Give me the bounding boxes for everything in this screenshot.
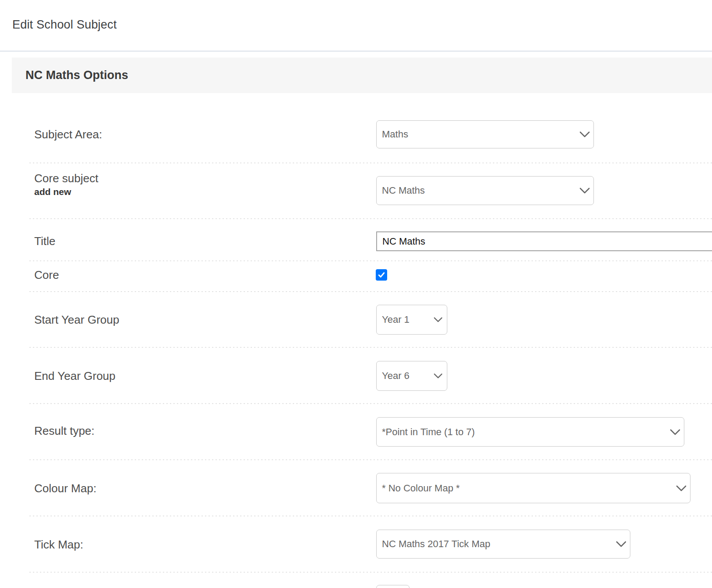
tick-map-value: NC Maths 2017 Tick Map <box>377 538 490 550</box>
row-separator <box>29 459 712 460</box>
colour-map-value: * No Colour Map * <box>377 483 460 494</box>
result-type-select[interactable]: *Point in Time (1 to 7) <box>376 417 684 447</box>
title-label: Title <box>34 234 55 248</box>
row-separator <box>29 291 712 292</box>
row-separator <box>29 516 712 516</box>
chevron-down-icon <box>670 429 680 435</box>
end-year-group-label: End Year Group <box>34 369 115 382</box>
section-header-panel: NC Maths Options <box>12 58 712 93</box>
core-checkbox[interactable] <box>376 269 387 281</box>
end-year-group-select[interactable]: Year 6 <box>376 361 447 391</box>
chevron-down-icon <box>579 131 590 137</box>
row-separator <box>29 572 712 573</box>
colour-map-label: Colour Map: <box>34 482 97 495</box>
row-separator <box>29 260 712 261</box>
start-year-group-label: Start Year Group <box>34 313 119 326</box>
row-separator <box>29 403 712 404</box>
row-separator <box>29 218 712 219</box>
section-title: NC Maths Options <box>25 69 128 82</box>
header-divider <box>0 51 712 52</box>
subject-area-select[interactable]: Maths <box>376 120 594 148</box>
core-label: Core <box>34 268 59 281</box>
core-subject-label: Core subject <box>34 172 98 185</box>
cutoff-control[interactable] <box>376 585 410 588</box>
row-separator <box>29 162 712 163</box>
core-subject-select[interactable]: NC Maths <box>376 176 594 205</box>
add-new-link[interactable]: add new <box>34 186 71 198</box>
start-year-group-value: Year 1 <box>377 314 410 325</box>
edit-school-subject-page: { "header": { "title": "Edit School Subj… <box>0 0 712 588</box>
end-year-group-value: Year 6 <box>377 370 410 382</box>
chevron-down-icon <box>579 188 590 194</box>
chevron-down-icon <box>434 373 442 379</box>
tick-map-select[interactable]: NC Maths 2017 Tick Map <box>376 530 630 559</box>
tick-map-label: Tick Map: <box>34 538 83 551</box>
colour-map-select[interactable]: * No Colour Map * <box>376 473 690 503</box>
chevron-down-icon <box>676 485 687 491</box>
result-type-label: Result type: <box>34 424 94 437</box>
row-separator <box>29 347 712 348</box>
checkmark-icon <box>378 271 385 279</box>
title-input[interactable] <box>376 231 712 251</box>
start-year-group-select[interactable]: Year 1 <box>376 305 447 335</box>
core-subject-value: NC Maths <box>377 185 425 196</box>
chevron-down-icon <box>616 541 626 547</box>
page-title: Edit School Subject <box>12 18 117 32</box>
subject-area-value: Maths <box>377 129 408 140</box>
subject-area-label: Subject Area: <box>34 128 102 141</box>
result-type-value: *Point in Time (1 to 7) <box>377 426 475 438</box>
chevron-down-icon <box>434 317 442 322</box>
